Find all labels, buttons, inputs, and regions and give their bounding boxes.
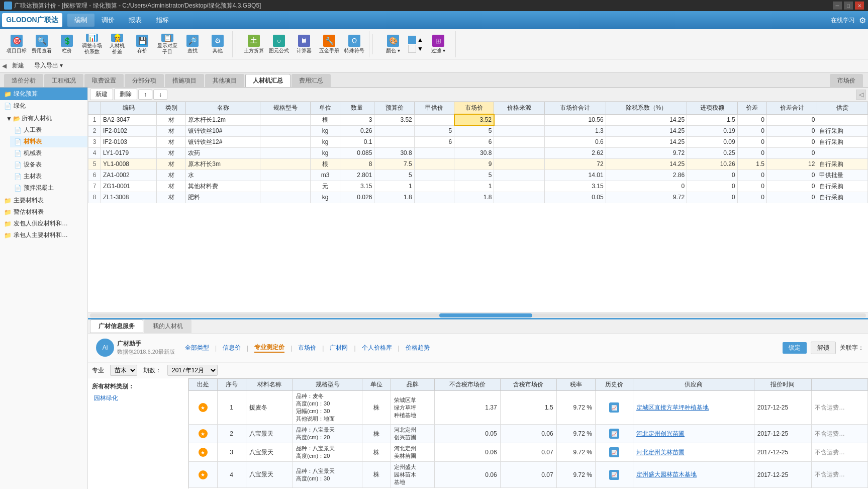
tool-price[interactable]: 💲 栏价 bbox=[54, 32, 79, 56]
specialty-select[interactable]: 苗木 bbox=[110, 365, 137, 376]
col-diff: 价差 bbox=[737, 102, 766, 115]
bt-history[interactable]: 📈 bbox=[595, 391, 633, 425]
sidebar-all-materials[interactable]: ▼ 📂 所有人材机 bbox=[0, 113, 87, 124]
cancel-button[interactable]: 解锁 bbox=[811, 342, 836, 354]
row-market[interactable]: 30.8 bbox=[454, 147, 494, 158]
sidebar-supplier-mat[interactable]: 📁 发包人供应材料和… bbox=[0, 218, 87, 229]
confirm-button[interactable]: 锁定 bbox=[783, 342, 807, 354]
filter-personal[interactable]: 个人价格库 bbox=[362, 344, 392, 352]
bottom-tab-gm[interactable]: 广材信息服务 bbox=[90, 319, 143, 333]
down-arrow-icon[interactable]: ▼ bbox=[417, 45, 423, 52]
bt-history[interactable]: 📈 bbox=[595, 425, 633, 443]
sidebar-main-mat[interactable]: 📄 主材表 bbox=[10, 171, 87, 182]
tool-filter[interactable]: ⊞ 过滤 ▾ bbox=[423, 32, 453, 56]
row-market[interactable]: 1.8 bbox=[454, 192, 494, 203]
tool-circle-formula[interactable]: ○ 图元公式 bbox=[266, 32, 292, 56]
chart-icon[interactable]: 📈 bbox=[609, 447, 619, 457]
nav-tabs: 造价分析 工程概况 取费设置 分部分项 措施项目 其他项目 人材机汇总 费用汇总… bbox=[0, 72, 868, 88]
tab-other-items[interactable]: 其他项目 bbox=[205, 74, 244, 87]
filter-gm-net[interactable]: 广材网 bbox=[330, 344, 348, 352]
sidebar-contractor-mat[interactable]: 📁 承包人主要材料和… bbox=[0, 229, 87, 241]
supplier-link[interactable]: 河北定州美林苗圃 bbox=[636, 449, 685, 456]
sidebar-equipment[interactable]: 📄 设备表 bbox=[10, 159, 87, 171]
up-arrow-icon[interactable]: ▲ bbox=[417, 36, 423, 43]
tool-fee-check[interactable]: 🔍 费用查看 bbox=[29, 32, 54, 56]
supplier-link[interactable]: 定城区直接方草坪种植基地 bbox=[636, 404, 709, 411]
color-icon: 🎨 bbox=[387, 35, 399, 47]
table-up-button[interactable]: ↑ bbox=[138, 90, 152, 100]
menu-item-edit[interactable]: 编制 bbox=[67, 14, 94, 27]
nav-arrow-left[interactable]: ◀ bbox=[2, 62, 7, 69]
supplier-link[interactable]: 河北定州创兴苗圃 bbox=[636, 430, 685, 437]
bt-date: 2017-12-25 bbox=[754, 462, 811, 488]
filter-market-price[interactable]: 市场价 bbox=[298, 344, 316, 352]
chart-icon[interactable]: 📈 bbox=[609, 470, 619, 480]
maximize-button[interactable]: □ bbox=[844, 2, 853, 10]
tool-earthwork[interactable]: 土 土方折算 bbox=[241, 32, 266, 56]
table-new-button[interactable]: 新建 bbox=[90, 89, 113, 100]
sidebar-machinery[interactable]: 📄 机械表 bbox=[10, 147, 87, 159]
special-char-icon: Ω bbox=[348, 35, 360, 47]
row-market[interactable]: 6 bbox=[454, 136, 494, 147]
tab-materials-summary[interactable]: 人材机汇总 bbox=[245, 74, 291, 87]
tool-color[interactable]: 🎨 颜色 ▾ bbox=[378, 32, 408, 56]
tool-special-char[interactable]: Ω 特殊符号 bbox=[342, 32, 367, 56]
period-select[interactable]: 2017年12月 bbox=[167, 365, 218, 376]
close-button[interactable]: ✕ bbox=[855, 2, 864, 10]
sidebar-sample-concrete[interactable]: 📄 预拌混凝土 bbox=[10, 182, 87, 194]
minimize-button[interactable]: ─ bbox=[833, 2, 842, 10]
menu-item-index[interactable]: 指标 bbox=[149, 14, 176, 27]
tab-fee-summary[interactable]: 费用汇总 bbox=[292, 74, 331, 87]
table-down-button[interactable]: ↓ bbox=[153, 90, 167, 100]
tool-calculator[interactable]: 🖩 计算器 bbox=[292, 32, 317, 56]
row-market[interactable]: 5 bbox=[454, 125, 494, 136]
logo[interactable]: GLODON广联达 bbox=[2, 13, 62, 27]
row-market[interactable]: 9 bbox=[454, 158, 494, 170]
table-delete-button[interactable]: 删除 bbox=[114, 89, 137, 100]
bt-name: 八宝景天 bbox=[246, 425, 293, 443]
bottom-tab-my[interactable]: 我的人材机 bbox=[144, 319, 191, 333]
sidebar-labor[interactable]: 📄 人工表 bbox=[10, 124, 87, 136]
tab-section[interactable]: 分部分项 bbox=[125, 74, 164, 87]
sidebar-main-materials-list[interactable]: 📁 主要材料表 bbox=[0, 195, 87, 206]
sidebar-materials[interactable]: 📄 材料表 bbox=[10, 136, 87, 147]
tool-hardware[interactable]: 🔧 五金手册 bbox=[317, 32, 342, 56]
tool-other[interactable]: ⚙ 其他 bbox=[205, 32, 230, 56]
tool-storage[interactable]: 💾 存价 bbox=[130, 32, 155, 56]
chart-icon[interactable]: 📈 bbox=[609, 429, 619, 439]
row-source bbox=[494, 136, 545, 147]
bt-history[interactable]: 📈 bbox=[595, 462, 633, 488]
sec-new[interactable]: 新建 bbox=[8, 60, 29, 71]
sidebar-item-greenery[interactable]: 📄 绿化 bbox=[0, 100, 87, 112]
row-market[interactable]: 1 bbox=[454, 181, 494, 192]
h-scrollbar[interactable] bbox=[88, 312, 868, 318]
row-market[interactable]: 5 bbox=[454, 170, 494, 181]
sec-import-export[interactable]: 导入导出 ▾ bbox=[30, 60, 67, 71]
menu-item-adjust[interactable]: 调价 bbox=[94, 14, 122, 27]
bt-history[interactable]: 📈 bbox=[595, 443, 633, 462]
tool-project-target[interactable]: 🎯 项目目标 bbox=[4, 32, 29, 56]
bt-spec: 品种：八宝景天 高度(cm)：20 bbox=[293, 425, 362, 443]
supplier-link[interactable]: 定州盛大园林苗木基地 bbox=[636, 471, 697, 478]
sample-concrete-label: 预拌混凝土 bbox=[24, 184, 54, 192]
cat-item-greenery[interactable]: 园林绿化 bbox=[88, 393, 188, 403]
sidebar-collapse-button[interactable]: ◁ bbox=[856, 90, 866, 100]
tab-market-price[interactable]: 市场价 bbox=[830, 74, 863, 87]
filter-trend[interactable]: 价格趋势 bbox=[406, 344, 430, 352]
online-study-label[interactable]: 在线学习 bbox=[831, 16, 855, 25]
tool-adjust-market[interactable]: 📊 调整市场价系数 bbox=[79, 32, 105, 56]
filter-all[interactable]: 全部类型 bbox=[185, 344, 209, 352]
filter-pro-price[interactable]: 专业测定价 bbox=[254, 343, 284, 353]
tool-labor-price[interactable]: 👷 人材机价差 bbox=[105, 32, 130, 56]
row-market[interactable]: 3.52 bbox=[454, 114, 494, 125]
menu-item-report[interactable]: 报表 bbox=[122, 14, 149, 27]
tool-find[interactable]: 🔎 查找 bbox=[180, 32, 205, 56]
tab-project-overview[interactable]: 工程概况 bbox=[44, 74, 83, 87]
tab-cost-analysis[interactable]: 造价分析 bbox=[4, 74, 43, 87]
chart-icon[interactable]: 📈 bbox=[609, 402, 619, 413]
sidebar-temp-materials[interactable]: 📁 暂估材料表 bbox=[0, 206, 87, 218]
tab-fee-settings[interactable]: 取费设置 bbox=[84, 74, 124, 87]
filter-info-price[interactable]: 信息价 bbox=[223, 344, 241, 352]
tool-display-sub[interactable]: 📋 显示对应子目 bbox=[155, 32, 180, 56]
tab-measures[interactable]: 措施项目 bbox=[165, 74, 204, 87]
